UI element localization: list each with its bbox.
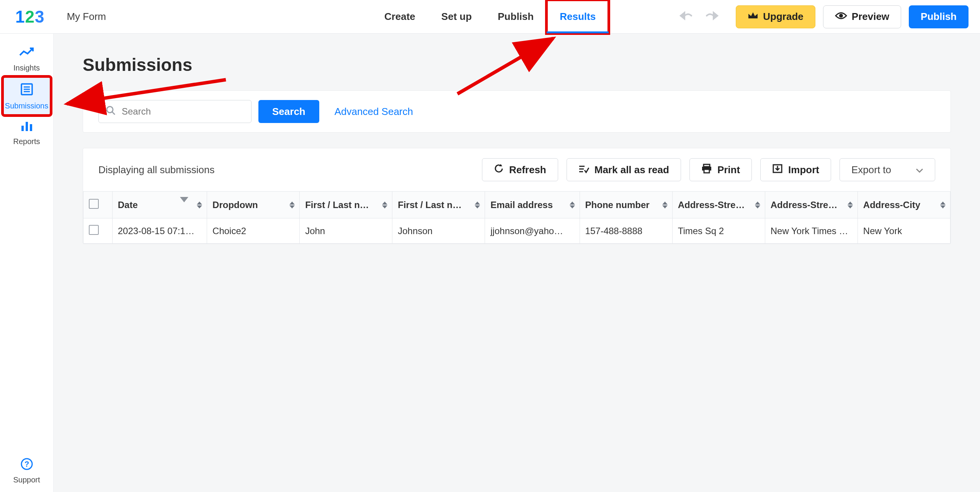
sort-desc-icon (180, 197, 188, 202)
submissions-table: Date Dropdown First / Last n… First / La… (83, 191, 951, 244)
sidebar: Insights Submissions Reports ? Support (0, 34, 54, 492)
tab-setup[interactable]: Set up (428, 0, 485, 33)
sort-icon (940, 202, 946, 208)
body: Insights Submissions Reports ? Support S… (0, 34, 980, 492)
table-panel: Displaying all submissions Refresh Mark … (83, 148, 951, 244)
refresh-icon (494, 164, 504, 176)
help-icon: ? (20, 457, 34, 471)
cell-first-2: Johnson (392, 218, 485, 244)
sort-icon (848, 202, 853, 208)
svg-line-11 (112, 112, 115, 115)
cell-city: New York (858, 218, 950, 244)
tab-publish[interactable]: Publish (485, 0, 547, 33)
redo-icon[interactable] (705, 10, 719, 23)
button-label: Refresh (509, 164, 546, 176)
sort-icon (197, 202, 202, 208)
chevron-down-icon (916, 164, 923, 176)
publish-button[interactable]: Publish (909, 5, 969, 28)
svg-rect-7 (30, 124, 32, 131)
checkbox-icon (89, 225, 99, 235)
mark-all-read-button[interactable]: Mark all as read (567, 158, 681, 181)
cell-date: 2023-08-15 07:1… (112, 218, 207, 244)
top-right-controls: Upgrade Preview Publish (679, 5, 969, 28)
button-label: Mark all as read (595, 164, 669, 176)
search-button[interactable]: Search (258, 100, 319, 123)
tab-results[interactable]: Results (547, 0, 609, 33)
export-dropdown[interactable]: Export to (840, 158, 935, 181)
tab-create[interactable]: Create (371, 0, 428, 33)
link-label: Advanced Search (335, 106, 413, 117)
page-title: Submissions (83, 54, 980, 75)
tab-label: Results (560, 11, 596, 23)
column-header-address-city[interactable]: Address-City (858, 192, 950, 218)
sidebar-item-reports[interactable]: Reports (3, 115, 51, 151)
cell-phone: 157-488-8888 (580, 218, 672, 244)
svg-point-10 (107, 107, 113, 113)
advanced-search-link[interactable]: Advanced Search (335, 106, 413, 118)
search-icon (106, 105, 116, 118)
button-label: Import (788, 164, 819, 176)
table-toolbar: Displaying all submissions Refresh Mark … (83, 148, 951, 191)
logo[interactable]: 123 (15, 7, 44, 26)
insights-icon (19, 47, 34, 58)
sidebar-item-submissions[interactable]: Submissions (3, 77, 51, 115)
undo-icon[interactable] (679, 10, 693, 23)
sort-icon (662, 202, 668, 208)
column-label: Dropdown (212, 200, 258, 210)
sort-icon (570, 202, 575, 208)
import-icon (772, 164, 783, 176)
column-label: Phone number (585, 200, 650, 210)
cell-first-1: John (300, 218, 392, 244)
column-header-dropdown[interactable]: Dropdown (207, 192, 300, 218)
column-label: Address-Stre… (771, 200, 838, 210)
eye-icon (835, 11, 847, 23)
column-header-first-name-2[interactable]: First / Last n… (392, 192, 485, 218)
sidebar-item-label: Insights (3, 64, 51, 72)
column-label: Date (118, 200, 138, 210)
button-label: Search (272, 106, 305, 117)
search-input-wrapper[interactable] (98, 100, 252, 123)
upgrade-button[interactable]: Upgrade (736, 5, 815, 28)
column-header-address-street-1[interactable]: Address-Stre… (672, 192, 765, 218)
checkbox-icon (89, 199, 99, 209)
svg-text:?: ? (24, 460, 29, 468)
sidebar-item-label: Reports (3, 137, 51, 146)
cell-dropdown: Choice2 (207, 218, 300, 244)
column-label: Address-City (863, 200, 920, 210)
cell-email: jjohnson@yaho… (485, 218, 580, 244)
column-header-email[interactable]: Email address (485, 192, 580, 218)
button-label: Preview (852, 11, 889, 23)
sort-icon (289, 202, 295, 208)
column-header-date[interactable]: Date (112, 192, 207, 218)
checklist-icon (578, 164, 589, 176)
row-checkbox-cell[interactable] (83, 218, 113, 244)
svg-rect-17 (704, 169, 709, 173)
sidebar-item-insights[interactable]: Insights (3, 41, 51, 77)
import-button[interactable]: Import (760, 158, 831, 181)
submissions-icon (20, 82, 34, 96)
reports-icon (20, 120, 34, 132)
sidebar-item-support[interactable]: ? Support (3, 457, 51, 484)
column-header-checkbox[interactable] (83, 192, 113, 218)
sort-icon (382, 202, 387, 208)
tab-label: Set up (441, 11, 472, 23)
svg-rect-5 (21, 126, 24, 131)
button-label: Export to (851, 164, 891, 176)
column-header-first-name-1[interactable]: First / Last n… (300, 192, 392, 218)
svg-point-0 (839, 14, 843, 18)
column-label: Email address (490, 200, 553, 210)
top-bar: 123 My Form Create Set up Publish Result… (0, 0, 980, 34)
sort-icon (755, 202, 760, 208)
search-input[interactable] (121, 106, 244, 117)
svg-rect-6 (26, 122, 28, 131)
table-header-row: Date Dropdown First / Last n… First / La… (83, 192, 951, 218)
preview-button[interactable]: Preview (823, 5, 901, 28)
table-row[interactable]: 2023-08-15 07:1… Choice2 John Johnson jj… (83, 218, 951, 244)
refresh-button[interactable]: Refresh (482, 158, 558, 181)
cell-address-2: New York Times … (765, 218, 858, 244)
column-header-phone[interactable]: Phone number (580, 192, 672, 218)
svg-rect-15 (704, 164, 710, 167)
column-header-address-street-2[interactable]: Address-Stre… (765, 192, 858, 218)
form-name[interactable]: My Form (67, 11, 106, 23)
print-button[interactable]: Print (689, 158, 752, 181)
